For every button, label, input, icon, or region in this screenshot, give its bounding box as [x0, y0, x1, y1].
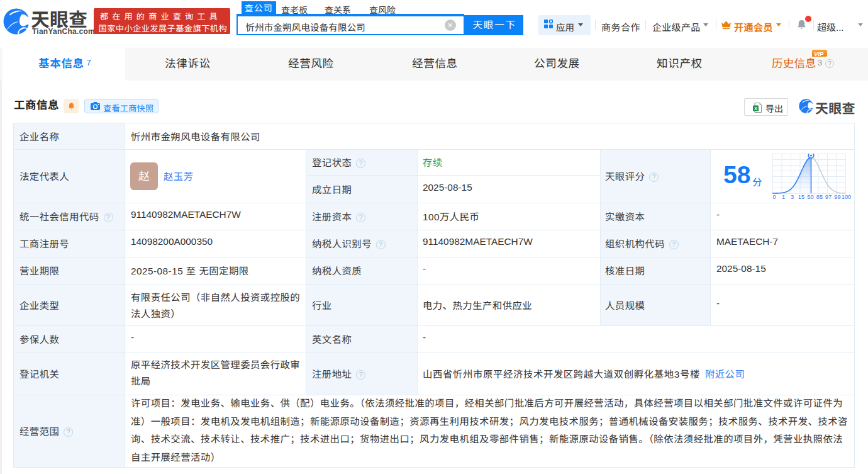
svg-text:100: 100: [842, 194, 851, 200]
svg-text:85: 85: [816, 194, 823, 200]
svg-text:X: X: [754, 105, 757, 111]
svg-text:99: 99: [834, 194, 840, 200]
svg-text:50: 50: [807, 194, 813, 200]
svg-text:3: 3: [791, 194, 794, 200]
svg-text:15: 15: [798, 194, 804, 200]
svg-text:0: 0: [772, 194, 776, 200]
svg-text:1: 1: [782, 194, 785, 200]
svg-text:97: 97: [825, 194, 832, 200]
